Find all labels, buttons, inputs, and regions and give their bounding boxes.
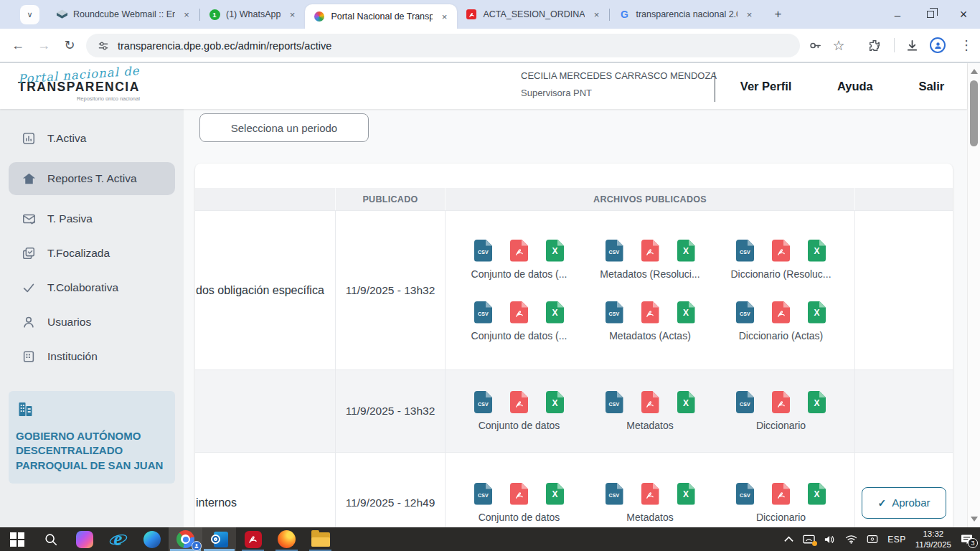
- tray-screenshare-icon[interactable]: [803, 534, 815, 545]
- taskbar-search-button[interactable]: [34, 527, 67, 551]
- pdf-file-icon[interactable]: [641, 483, 659, 505]
- taskbar-file-explorer-button[interactable]: [303, 527, 337, 551]
- pdf-file-icon[interactable]: [510, 391, 528, 413]
- excel-file-icon[interactable]: X: [546, 391, 564, 413]
- csv-file-icon[interactable]: CSV: [736, 391, 754, 413]
- excel-file-icon[interactable]: X: [546, 483, 564, 505]
- pdf-file-icon[interactable]: [641, 391, 659, 413]
- csv-file-icon[interactable]: CSV: [606, 483, 623, 505]
- close-tab-icon[interactable]: ×: [181, 9, 192, 20]
- pdf-file-icon[interactable]: [510, 483, 528, 505]
- file-group-label[interactable]: Diccionario: [756, 512, 806, 523]
- tab-search-button[interactable]: ∨: [20, 5, 39, 24]
- csv-file-icon[interactable]: CSV: [606, 240, 623, 262]
- close-tab-icon[interactable]: ×: [590, 9, 602, 20]
- close-tab-icon[interactable]: ×: [438, 11, 450, 22]
- excel-file-icon[interactable]: X: [808, 301, 826, 324]
- taskbar-acrobat-button[interactable]: [236, 527, 270, 551]
- tab-acta-pdf[interactable]: ACTA_SESION_ORDINARIA.p ×: [457, 0, 609, 29]
- csv-file-icon[interactable]: CSV: [474, 391, 492, 413]
- pdf-file-icon[interactable]: [772, 483, 790, 505]
- period-selector-button[interactable]: Selecciona un periodo: [199, 113, 369, 142]
- excel-file-icon[interactable]: X: [677, 240, 695, 262]
- excel-file-icon[interactable]: X: [677, 483, 695, 505]
- taskbar-edge-button[interactable]: [135, 527, 169, 551]
- sidebar-item-reportes-t-activa[interactable]: Reportes T. Activa: [9, 162, 175, 195]
- file-group-label[interactable]: Conjunto de datos (...: [471, 268, 567, 280]
- close-window-button[interactable]: ×: [947, 0, 980, 29]
- tab-whatsapp[interactable]: 1 (1) WhatsApp ×: [200, 0, 305, 29]
- close-tab-icon[interactable]: ×: [286, 9, 298, 20]
- csv-file-icon[interactable]: CSV: [606, 301, 623, 324]
- csv-file-icon[interactable]: CSV: [474, 483, 492, 505]
- taskbar-internet-explorer-button[interactable]: e: [101, 527, 135, 551]
- sidebar-item-t-pasiva[interactable]: T. Pasiva: [0, 208, 184, 230]
- csv-file-icon[interactable]: CSV: [474, 240, 492, 262]
- site-info-icon[interactable]: [98, 40, 109, 52]
- excel-file-icon[interactable]: X: [808, 240, 826, 262]
- tab-portal-active[interactable]: Portal Nacional de Transpare ×: [305, 4, 457, 29]
- keyboard-language-indicator[interactable]: ESP: [887, 534, 906, 545]
- csv-file-icon[interactable]: CSV: [736, 483, 754, 505]
- sidebar-item-t-activa[interactable]: T.Activa: [0, 128, 184, 149]
- reload-button[interactable]: ↻: [59, 34, 80, 56]
- excel-file-icon[interactable]: X: [546, 301, 564, 324]
- pdf-file-icon[interactable]: [641, 301, 659, 324]
- approve-button[interactable]: ✓ Aprobar: [862, 487, 946, 519]
- pdf-file-icon[interactable]: [510, 301, 528, 324]
- pdf-file-icon[interactable]: [772, 301, 790, 324]
- tray-display-connect-icon[interactable]: [867, 534, 878, 544]
- file-group-label[interactable]: Metadatos: [626, 420, 673, 431]
- taskbar-outlook-button[interactable]: [202, 527, 236, 551]
- excel-file-icon[interactable]: X: [808, 391, 826, 413]
- institution-card[interactable]: GOBIERNO AUTÓNOMO DESCENTRALIZADO PARROQ…: [9, 391, 175, 484]
- menu-ver-perfil[interactable]: Ver Perfil: [740, 80, 792, 93]
- file-group-label[interactable]: Metadatos (Resoluci...: [600, 268, 699, 280]
- file-group-label[interactable]: Metadatos (Actas): [609, 330, 691, 342]
- csv-file-icon[interactable]: CSV: [474, 301, 492, 324]
- pdf-file-icon[interactable]: [772, 391, 790, 413]
- start-button[interactable]: [0, 527, 34, 551]
- address-bar[interactable]: transparencia.dpe.gob.ec/admin/reports/a…: [86, 34, 800, 57]
- taskbar-chrome-button[interactable]: [169, 527, 202, 551]
- sidebar-item-usuarios[interactable]: Usuarios: [0, 311, 184, 333]
- tab-google-search[interactable]: G transparencia nacional 2.0 - ×: [610, 0, 762, 29]
- password-key-icon[interactable]: [805, 35, 825, 55]
- file-group-label[interactable]: Diccionario: [756, 420, 806, 431]
- forward-button[interactable]: →: [33, 34, 55, 56]
- scroll-up-arrow-icon[interactable]: [971, 69, 978, 74]
- new-tab-button[interactable]: +: [768, 4, 788, 24]
- file-group-label[interactable]: Conjunto de datos: [479, 420, 560, 431]
- menu-salir[interactable]: Salir: [918, 80, 944, 93]
- downloads-icon[interactable]: [902, 35, 922, 55]
- excel-file-icon[interactable]: X: [546, 240, 564, 262]
- sidebar-item-t-focalizada[interactable]: T.Focalizada: [0, 242, 184, 264]
- notification-center-button[interactable]: 3: [961, 534, 973, 545]
- portal-logo[interactable]: Portal nacional de TRANSPARENCIA Reposit…: [18, 68, 140, 102]
- file-group-label[interactable]: Diccionario (Resoluc...: [730, 268, 831, 280]
- scroll-down-arrow-icon[interactable]: [971, 517, 978, 522]
- excel-file-icon[interactable]: X: [677, 391, 695, 413]
- csv-file-icon[interactable]: CSV: [606, 391, 623, 413]
- excel-file-icon[interactable]: X: [677, 301, 695, 324]
- restore-window-button[interactable]: [914, 0, 947, 29]
- browser-menu-icon[interactable]: ⋮: [956, 35, 976, 55]
- file-group-label[interactable]: Metadatos: [626, 512, 673, 523]
- tray-wifi-icon[interactable]: [845, 534, 857, 544]
- excel-file-icon[interactable]: X: [808, 483, 826, 505]
- pdf-file-icon[interactable]: [772, 240, 790, 262]
- file-group-label[interactable]: Diccionario (Actas): [739, 330, 823, 342]
- page-scrollbar[interactable]: [967, 63, 980, 527]
- extensions-icon[interactable]: [864, 35, 885, 55]
- file-group-label[interactable]: Conjunto de datos (...: [471, 330, 567, 342]
- pdf-file-icon[interactable]: [641, 240, 659, 262]
- sidebar-item-institucion[interactable]: Institución: [0, 346, 184, 367]
- csv-file-icon[interactable]: CSV: [736, 240, 754, 262]
- pdf-file-icon[interactable]: [510, 240, 528, 262]
- taskbar-firefox-button[interactable]: [270, 527, 303, 551]
- tab-roundcube[interactable]: Roundcube Webmail :: Entra ×: [47, 0, 199, 29]
- tray-expand-chevron-icon[interactable]: [784, 536, 793, 542]
- minimize-window-button[interactable]: –: [881, 0, 914, 29]
- bookmark-star-icon[interactable]: ☆: [829, 35, 849, 55]
- tray-volume-icon[interactable]: [824, 534, 836, 545]
